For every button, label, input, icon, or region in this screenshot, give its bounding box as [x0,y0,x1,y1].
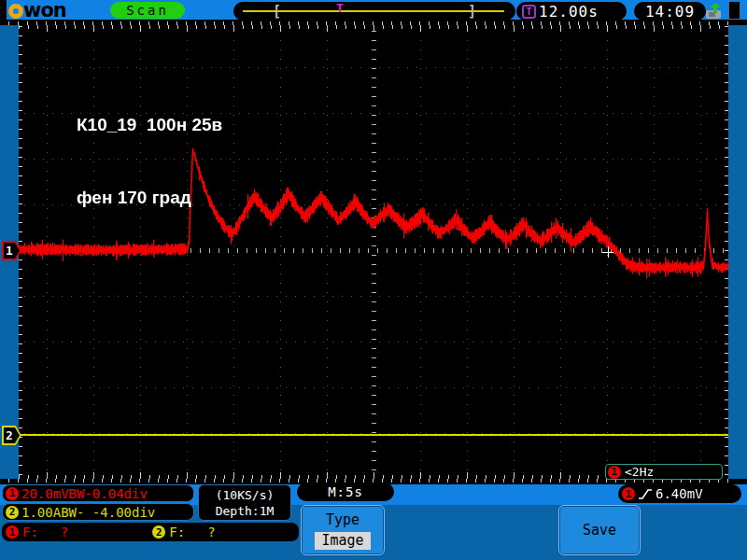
save-button-label: Save [583,522,616,539]
ch2-settings-readout: 2 1.00ABW- -4.00div [2,503,194,521]
type-menu-button[interactable]: Type Image [301,505,385,555]
annotation-line2: фен 170 град [77,186,222,210]
sample-rate: (10KS/s) [216,487,275,503]
rising-edge-icon [638,488,653,500]
ch2-position-marker[interactable]: 2 [2,426,21,445]
waveform-display: К10_19 100н 25в фен 170 град 1 <2Hz [19,25,728,479]
horizontal-offset-readout: T 12.00s [516,2,627,21]
owon-logo-o-icon [8,4,23,19]
frequency-badge-value: <2Hz [625,465,654,479]
window-right-bracket: ] [468,3,476,20]
horizontal-offset-value: 12.00s [539,3,599,21]
channel1-icon: 1 [6,487,19,500]
user-annotation: К10_19 100н 25в фен 170 град [77,64,222,259]
memory-depth: Depth:1M [216,503,275,519]
save-button[interactable]: Save [558,505,641,555]
frequency-counter-badge: 1 <2Hz [605,464,723,480]
record-length-line [243,10,504,12]
trigger-position-bar: [ ] T [233,2,515,21]
oscilloscope-ui: won Scan [ ] T T 12.00s 14:09 К10_19 100… [0,0,747,560]
clock-readout: 14:09 [634,2,706,21]
window-left-bracket: [ [273,3,281,20]
trigger-t-icon: T [522,5,536,19]
clock-value: 14:09 [645,3,695,21]
channel2-icon: 2 [152,525,165,539]
channel1-badge-icon: 1 [608,466,621,479]
ch1-settings-text: 20.0mVBW-0.04div [21,486,148,501]
acquisition-mode-badge: Scan [110,2,185,19]
channel1-icon: 1 [622,487,635,500]
ch1-settings-readout: 1 20.0mVBW-0.04div [2,484,194,502]
type-button-label: Type [326,511,359,528]
trigger-level-readout: 1 6.40mV [618,484,741,503]
corner-patch [0,0,7,20]
annotation-line1: К10_19 100н 25в [77,113,222,137]
timebase-value: M:5s [328,484,363,499]
ch1-freq-value: ? [61,525,68,539]
channel2-icon: 2 [6,506,19,519]
trigger-position-marker: T [336,1,344,15]
battery-icon [728,1,740,20]
type-button-value: Image [315,532,370,550]
usb-storage-icon [702,3,725,20]
channel1-icon: 1 [6,525,19,539]
owon-logo-text: won [23,1,66,20]
ch2-freq-value: ? [207,525,215,539]
timebase-readout: M:5s [297,483,394,501]
acquisition-info-box: (10KS/s) Depth:1M [198,484,291,521]
ch2-settings-text: 1.00ABW- -4.00div [21,505,155,520]
ch2-freq-label: F: [169,525,185,539]
top-status-bar: won Scan [ ] T T 12.00s 14:09 [0,0,747,20]
frequency-counter-row: 1 F: ? 2 F: ? [2,523,299,541]
ch1-freq-label: F: [22,525,38,539]
ch1-position-marker[interactable]: 1 [2,241,21,260]
trigger-level-value: 6.40mV [655,486,703,501]
owon-logo: won [8,0,66,20]
